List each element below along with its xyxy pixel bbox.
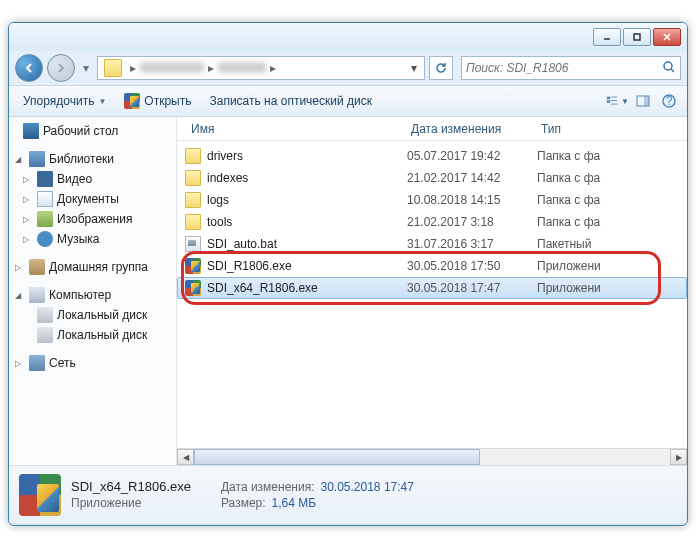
minimize-button[interactable] — [593, 28, 621, 46]
forward-button[interactable] — [47, 54, 75, 82]
nav-label: Музыка — [57, 232, 99, 246]
open-button[interactable]: Открыть — [116, 89, 199, 113]
chevron-right-icon[interactable]: ▸ — [204, 61, 218, 75]
column-type[interactable]: Тип — [535, 122, 687, 136]
file-row[interactable]: drivers05.07.2017 19:42Папка с фа — [177, 145, 687, 167]
expand-icon[interactable]: ▷ — [23, 175, 33, 184]
search-box[interactable] — [461, 56, 681, 80]
file-type: Приложени — [537, 259, 601, 273]
file-row[interactable]: SDI_R1806.exe30.05.2018 17:50Приложени — [177, 255, 687, 277]
folder-icon — [185, 170, 201, 186]
nav-label: Компьютер — [49, 288, 111, 302]
burn-button[interactable]: Записать на оптический диск — [201, 90, 380, 112]
nav-computer[interactable]: ◢Компьютер — [9, 285, 176, 305]
expand-icon[interactable]: ▷ — [15, 359, 25, 368]
nav-history-dropdown[interactable]: ▾ — [79, 58, 93, 78]
nav-label: Домашняя группа — [49, 260, 148, 274]
search-icon[interactable] — [662, 60, 676, 77]
file-type: Папка с фа — [537, 215, 600, 229]
folder-icon — [185, 192, 201, 208]
nav-music[interactable]: ▷Музыка — [9, 229, 176, 249]
svg-rect-8 — [611, 97, 617, 98]
file-list: drivers05.07.2017 19:42Папка с фаindexes… — [177, 141, 687, 303]
file-row[interactable]: tools21.02.2017 3:18Папка с фа — [177, 211, 687, 233]
file-name: SDI_R1806.exe — [207, 259, 407, 273]
preview-pane-button[interactable] — [631, 89, 655, 113]
scroll-thumb[interactable] — [194, 449, 480, 465]
open-label: Открыть — [144, 94, 191, 108]
svg-point-4 — [664, 62, 672, 70]
nav-video[interactable]: ▷Видео — [9, 169, 176, 189]
expand-icon[interactable]: ▷ — [15, 263, 25, 272]
expand-icon[interactable]: ◢ — [15, 291, 25, 300]
file-row[interactable]: logs10.08.2018 14:15Папка с фа — [177, 189, 687, 211]
file-type: Папка с фа — [537, 193, 600, 207]
file-type: Приложени — [537, 281, 601, 295]
toolbar: Упорядочить▼ Открыть Записать на оптичес… — [9, 85, 687, 117]
close-button[interactable] — [653, 28, 681, 46]
column-date[interactable]: Дата изменения — [405, 122, 535, 136]
file-date: 30.05.2018 17:50 — [407, 259, 537, 273]
scroll-track[interactable] — [194, 449, 670, 465]
file-type: Папка с фа — [537, 171, 600, 185]
address-dropdown[interactable]: ▾ — [406, 61, 422, 75]
horizontal-scrollbar[interactable]: ◀ ▶ — [177, 448, 687, 465]
file-row[interactable]: SDI_auto.bat31.07.2016 3:17Пакетный — [177, 233, 687, 255]
maximize-button[interactable] — [623, 28, 651, 46]
file-row[interactable]: SDI_x64_R1806.exe30.05.2018 17:47Приложе… — [177, 277, 687, 299]
file-name: indexes — [207, 171, 407, 185]
chevron-right-icon[interactable]: ▸ — [266, 61, 280, 75]
details-filename: SDI_x64_R1806.exe — [71, 479, 191, 494]
chevron-right-icon[interactable]: ▸ — [126, 61, 140, 75]
organize-menu[interactable]: Упорядочить▼ — [15, 90, 114, 112]
nav-drive[interactable]: Локальный диск — [9, 305, 176, 325]
explorer-window: ▾ ▸ XXXXXXXX ▸ XXXXXX ▸ ▾ Упорядочить▼ О… — [8, 22, 688, 526]
nav-label: Рабочий стол — [43, 124, 118, 138]
exe-icon — [185, 280, 201, 296]
back-button[interactable] — [15, 54, 43, 82]
expand-icon[interactable]: ▷ — [23, 195, 33, 204]
expand-icon[interactable]: ▷ — [23, 235, 33, 244]
column-name[interactable]: Имя — [185, 122, 405, 136]
expand-icon[interactable]: ▷ — [23, 215, 33, 224]
view-options-button[interactable]: ▼ — [605, 89, 629, 113]
nav-label: Изображения — [57, 212, 132, 226]
nav-libraries[interactable]: ◢Библиотеки — [9, 149, 176, 169]
titlebar — [9, 23, 687, 51]
refresh-button[interactable] — [429, 56, 453, 80]
details-date-label: Дата изменения: — [221, 480, 315, 494]
search-input[interactable] — [466, 61, 662, 75]
nav-drive[interactable]: Локальный диск — [9, 325, 176, 345]
file-name: SDI_auto.bat — [207, 237, 407, 251]
scroll-left-button[interactable]: ◀ — [177, 449, 194, 465]
file-list-pane: Имя Дата изменения Тип drivers05.07.2017… — [177, 117, 687, 465]
nav-documents[interactable]: ▷Документы — [9, 189, 176, 209]
nav-desktop[interactable]: Рабочий стол — [9, 121, 176, 141]
homegroup-icon — [29, 259, 45, 275]
nav-images[interactable]: ▷Изображения — [9, 209, 176, 229]
app-icon — [124, 93, 140, 109]
help-button[interactable]: ? — [657, 89, 681, 113]
file-row[interactable]: indexes21.02.2017 14:42Папка с фа — [177, 167, 687, 189]
svg-rect-9 — [611, 100, 617, 101]
file-type-icon — [19, 474, 61, 516]
details-date-value: 30.05.2018 17:47 — [320, 480, 413, 494]
file-name: SDI_x64_R1806.exe — [207, 281, 407, 295]
file-date: 31.07.2016 3:17 — [407, 237, 537, 251]
svg-rect-1 — [634, 34, 640, 40]
file-date: 21.02.2017 3:18 — [407, 215, 537, 229]
file-name: drivers — [207, 149, 407, 163]
scroll-right-button[interactable]: ▶ — [670, 449, 687, 465]
details-pane: SDI_x64_R1806.exe Приложение Дата измене… — [9, 465, 687, 523]
file-name: logs — [207, 193, 407, 207]
address-bar[interactable]: ▸ XXXXXXXX ▸ XXXXXX ▸ ▾ — [97, 56, 425, 80]
file-type: Папка с фа — [537, 149, 600, 163]
nav-homegroup[interactable]: ▷Домашняя группа — [9, 257, 176, 277]
svg-rect-6 — [607, 97, 611, 100]
svg-text:?: ? — [666, 94, 673, 108]
column-headers: Имя Дата изменения Тип — [177, 117, 687, 141]
nav-label: Документы — [57, 192, 119, 206]
nav-network[interactable]: ▷Сеть — [9, 353, 176, 373]
nav-row: ▾ ▸ XXXXXXXX ▸ XXXXXX ▸ ▾ — [9, 51, 687, 85]
expand-icon[interactable]: ◢ — [15, 155, 25, 164]
